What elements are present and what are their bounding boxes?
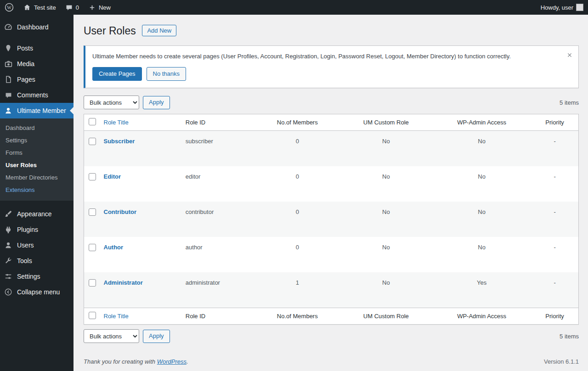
footer-period: . [187,358,188,365]
column-footer-admin-access: WP-Admin Access [432,308,531,325]
user-icon [4,106,13,115]
role-title-link[interactable]: Editor [104,173,121,180]
apply-button[interactable]: Apply [143,96,170,109]
sidebar-item-label: Pages [17,76,35,83]
collapse-arrow-icon [4,287,13,297]
new-content-menu[interactable]: New [84,0,115,15]
close-icon [566,53,573,60]
sidebar-item-label: Users [17,242,34,249]
column-header-admin-access: WP-Admin Access [432,114,531,131]
submenu-item-settings[interactable]: Settings [0,134,74,146]
submenu-item-extensions[interactable]: Extensions [0,184,74,196]
sidebar-item-plugins[interactable]: Plugins [0,222,74,237]
sidebar-item-media[interactable]: Media [0,56,74,72]
wordpress-link[interactable]: WordPress [157,358,187,365]
select-all-footer [84,308,99,325]
row-checkbox[interactable] [89,173,96,180]
avatar [576,4,583,11]
column-header-role-title: Role Title [99,114,181,131]
submenu-item-forms[interactable]: Forms [0,146,74,159]
sidebar-item-settings[interactable]: Settings [0,269,74,284]
wp-logo-menu[interactable]: W [0,0,18,15]
admin-access-cell: No [432,202,531,237]
sliders-icon [4,272,13,281]
role-title-link[interactable]: Subscriber [104,138,135,145]
row-checkbox[interactable] [89,244,96,251]
table-head: Role Title Role ID No.of Members UM Cust… [84,114,579,131]
sidebar-item-pages[interactable]: Pages [0,72,74,87]
sidebar-item-label: Posts [17,45,33,52]
site-name-menu[interactable]: Test site [18,0,61,15]
table-row: Subscriber subscriber 0 No No - [84,131,579,167]
svg-text:W: W [7,5,11,10]
sidebar-item-collapse-menu[interactable]: Collapse menu [0,284,74,300]
comments-menu[interactable]: 0 [61,0,84,15]
sidebar-item-tools[interactable]: Tools [0,253,74,269]
row-checkbox[interactable] [89,279,96,287]
submenu-item-user-roles[interactable]: User Roles [0,159,74,171]
page-icon [4,75,13,84]
admin-bar: W Test site 0 New Howdy, user [0,0,588,15]
bulk-actions-select[interactable]: Bulk actions [84,329,139,343]
select-all-checkbox[interactable] [89,312,96,319]
sidebar-item-ultimate-member[interactable]: Ultimate Member [0,103,74,118]
role-title-link[interactable]: Contributor [104,208,136,215]
members-cell: 1 [255,272,339,308]
sidebar-item-label: Dashboard [17,23,49,31]
apply-button[interactable]: Apply [143,330,170,343]
admin-access-cell: No [432,131,531,167]
site-name-label: Test site [34,4,56,11]
sidebar-item-posts[interactable]: Posts [0,40,74,56]
admin-access-cell: No [432,237,531,272]
row-checkbox-cell [84,202,99,237]
column-header-members: No.of Members [255,114,339,131]
role-title-cell: Contributor [99,202,181,237]
howdy-text: Howdy, user [541,4,573,11]
sidebar-item-appearance[interactable]: Appearance [0,206,74,222]
custom-role-cell: No [340,237,433,272]
priority-cell: - [531,272,578,308]
column-footer-role-id: Role ID [181,308,255,325]
notice-text: Ultimate Member needs to create several … [92,52,558,61]
footer-thanks-text: Thank you for creating with [84,358,157,365]
bulk-actions-select[interactable]: Bulk actions [84,96,139,109]
new-label: New [99,4,111,11]
um-submenu: Dashboard Settings Forms User Roles Memb… [0,118,74,201]
dismiss-notice-button[interactable] [565,50,575,60]
priority-cell: - [531,166,578,202]
admin-bar-left: W Test site 0 New [0,0,115,15]
sidebar-item-comments[interactable]: Comments [0,87,74,103]
add-new-button[interactable]: Add New [142,25,176,36]
roles-table: Role Title Role ID No.of Members UM Cust… [84,114,579,325]
sort-role-title-link[interactable]: Role Title [104,119,129,126]
tablenav-top: Bulk actions Apply 5 items [84,96,579,109]
row-checkbox[interactable] [89,138,96,145]
role-title-link[interactable]: Author [104,244,124,251]
submenu-item-member-directories[interactable]: Member Directories [0,171,74,184]
members-cell: 0 [255,202,339,237]
column-footer-priority: Priority [531,308,578,325]
role-id-cell: author [181,237,255,272]
sidebar-item-dashboard[interactable]: Dashboard [0,19,74,35]
comments-count: 0 [76,4,79,11]
row-checkbox-cell [84,272,99,308]
members-cell: 0 [255,237,339,272]
brush-icon [4,209,13,219]
sort-role-title-link[interactable]: Role Title [104,313,129,320]
role-id-cell: editor [181,166,255,202]
role-title-link[interactable]: Administrator [104,279,143,286]
my-account-menu[interactable]: Howdy, user [536,0,588,15]
person-icon [4,241,13,250]
sidebar-item-label: Ultimate Member [17,107,66,114]
no-thanks-button[interactable]: No thanks [147,67,187,81]
select-all-header [84,114,99,131]
create-pages-button[interactable]: Create Pages [92,67,142,81]
sidebar-item-users[interactable]: Users [0,237,74,253]
submenu-item-dashboard[interactable]: Dashboard [0,122,74,134]
column-footer-role-title: Role Title [99,308,181,325]
table-row: Author author 0 No No - [84,237,579,272]
row-checkbox[interactable] [89,208,96,216]
wordpress-logo-icon: W [5,3,14,12]
select-all-checkbox[interactable] [89,118,96,125]
plug-icon [4,225,13,234]
